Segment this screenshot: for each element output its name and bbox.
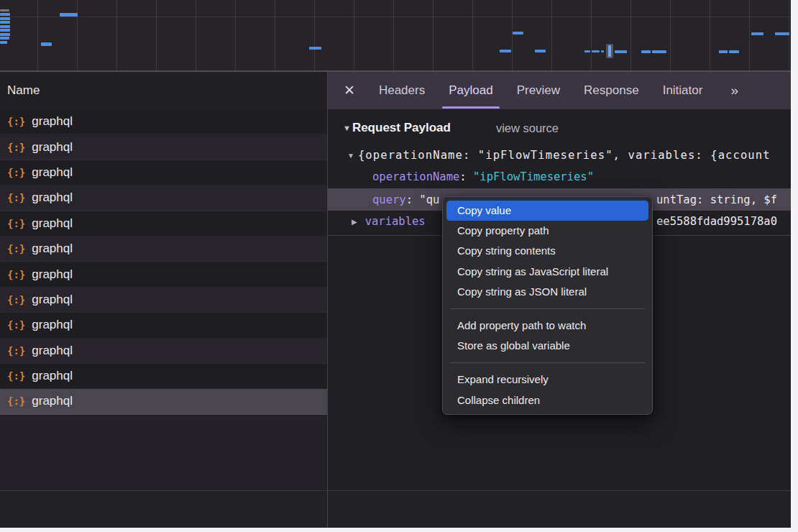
json-request-icon: {:} [7, 319, 25, 331]
request-row[interactable]: {:}graphql [0, 109, 327, 134]
waterfall-bar [601, 50, 604, 52]
json-request-icon: {:} [7, 269, 25, 280]
request-row[interactable]: {:}graphql [0, 339, 327, 364]
waterfall-bar [584, 50, 590, 52]
query-value-left: "qu [419, 193, 439, 206]
close-icon[interactable]: ✕ [344, 72, 355, 109]
request-name: graphql [32, 114, 73, 129]
json-request-icon: {:} [7, 370, 25, 382]
waterfall-bar [0, 17, 10, 20]
query-value-right: untTag: string, $f [656, 188, 777, 211]
payload-root-row[interactable]: ▼{operationName: "ipFlowTimeseries", var… [328, 145, 791, 166]
request-row[interactable]: {:}graphql [0, 364, 327, 389]
waterfall-selected-marker [608, 45, 611, 57]
tab-preview[interactable]: Preview [517, 72, 560, 109]
request-name: graphql [32, 242, 73, 256]
menu-item-store-as-global-variable[interactable]: Store as global variable [446, 336, 648, 356]
tab-payload[interactable]: Payload [449, 72, 492, 109]
json-request-icon: {:} [7, 142, 25, 153]
request-name: graphql [32, 191, 73, 205]
menu-separator [450, 362, 645, 363]
waterfall-bar [309, 47, 321, 50]
request-detail-tabbar: ✕ HeadersPayloadPreviewResponseInitiator… [327, 72, 791, 109]
expanded-arrow-icon[interactable]: ▼ [347, 152, 354, 160]
waterfall-bar [615, 50, 627, 53]
request-row[interactable]: {:}graphql [0, 262, 327, 287]
waterfall-bar [535, 50, 546, 52]
menu-item-expand-recursively[interactable]: Expand recursively [446, 370, 648, 390]
menu-item-add-property-path-to-watch[interactable]: Add property path to watch [446, 316, 648, 336]
request-row[interactable]: {:}graphql [0, 313, 327, 338]
operationname-key: operationName [372, 170, 459, 183]
network-waterfall-overview[interactable] [0, 0, 791, 72]
menu-item-copy-value[interactable]: Copy value [446, 201, 648, 221]
json-request-icon: {:} [7, 294, 25, 306]
waterfall-bar [0, 41, 7, 44]
waterfall-bar [751, 32, 763, 35]
request-name: graphql [32, 394, 73, 408]
waterfall-bar [0, 21, 10, 24]
request-row[interactable]: {:}graphql [0, 211, 327, 237]
menu-item-copy-string-contents[interactable]: Copy string contents [446, 241, 648, 261]
waterfall-bar [0, 13, 10, 16]
waterfall-bar [0, 29, 10, 32]
variables-key: variables [365, 215, 426, 228]
network-request-list: {:}graphql{:}graphql{:}graphql{:}graphql… [0, 109, 327, 490]
request-row[interactable]: {:}graphql [0, 134, 327, 160]
tab-headers[interactable]: Headers [379, 72, 425, 109]
json-request-icon: {:} [7, 345, 25, 357]
view-source-link[interactable]: view source [496, 121, 559, 135]
request-name: graphql [32, 267, 73, 282]
context-menu: Copy valueCopy property pathCopy string … [442, 196, 653, 415]
request-row[interactable]: {:}graphql [0, 288, 327, 313]
waterfall-bar [0, 25, 10, 28]
operationname-value: "ipFlowTimeseries" [473, 170, 594, 183]
request-row[interactable]: {:}graphql [0, 160, 327, 185]
footer-divider [0, 490, 791, 491]
payload-root-preview: {operationName: "ipFlowTimeseries", vari… [358, 149, 771, 162]
waterfall-bar [0, 37, 9, 40]
waterfall-bar [41, 42, 52, 46]
query-key: query [372, 193, 406, 206]
request-payload-section-header[interactable]: ▼ Request Payload view source [328, 116, 559, 139]
waterfall-bar [592, 50, 600, 52]
waterfall-bar [0, 33, 10, 36]
waterfall-bar [513, 32, 523, 35]
waterfall-bar [0, 9, 9, 12]
request-name: graphql [32, 165, 73, 180]
json-request-icon: {:} [7, 395, 25, 407]
name-column-label: Name [0, 83, 40, 98]
waterfall-bar [60, 13, 78, 17]
variables-value-right: ee5588fdad995178a0 [656, 211, 777, 232]
operationname-colon: : [459, 170, 473, 183]
request-name: graphql [32, 293, 73, 307]
request-name: graphql [32, 344, 73, 358]
name-column-header[interactable]: Name [0, 72, 327, 110]
section-expander-icon[interactable]: ▼ [343, 124, 351, 132]
request-payload-title: Request Payload [352, 121, 451, 135]
request-name: graphql [32, 318, 73, 332]
waterfall-bar [652, 50, 666, 53]
menu-item-copy-string-as-json-literal[interactable]: Copy string as JSON literal [446, 282, 648, 302]
tab-initiator[interactable]: Initiator [663, 72, 703, 109]
menu-item-copy-property-path[interactable]: Copy property path [446, 221, 648, 241]
devtools-network-panel: Name ✕ HeadersPayloadPreviewResponseInit… [0, 0, 791, 528]
payload-operationname-row[interactable]: operationName: "ipFlowTimeseries" [328, 166, 791, 188]
json-request-icon: {:} [7, 116, 25, 127]
request-row[interactable]: {:}graphql [0, 185, 327, 211]
devtools-screenshot: Name ✕ HeadersPayloadPreviewResponseInit… [0, 0, 798, 532]
tab-response[interactable]: Response [584, 72, 639, 109]
request-row[interactable]: {:}graphql [0, 237, 327, 262]
more-tabs-icon[interactable]: » [730, 72, 737, 109]
request-row[interactable]: {:}graphql [0, 389, 327, 414]
query-colon: : [406, 193, 420, 206]
menu-item-copy-string-as-javascript-literal[interactable]: Copy string as JavaScript literal [446, 262, 648, 282]
json-request-icon: {:} [7, 192, 25, 203]
waterfall-bar [729, 50, 739, 53]
collapsed-arrow-icon[interactable]: ▶ [352, 218, 357, 226]
request-name: graphql [32, 140, 73, 155]
menu-separator [450, 308, 645, 309]
request-name: graphql [32, 216, 73, 231]
menu-item-collapse-children[interactable]: Collapse children [446, 390, 648, 411]
json-request-icon: {:} [7, 243, 25, 254]
